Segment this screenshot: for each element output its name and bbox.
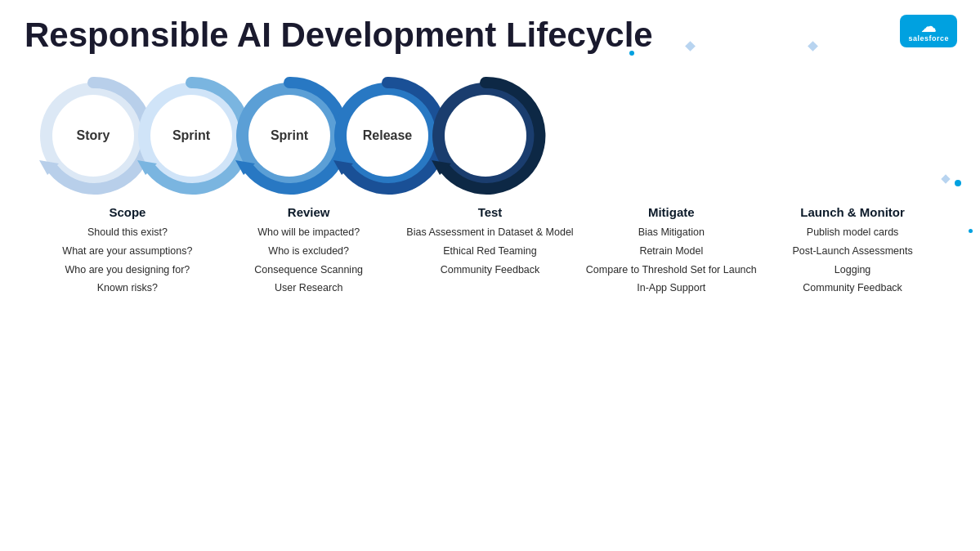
svg-point-13 [445, 95, 526, 177]
circle-monitor-svg [425, 75, 546, 196]
launch-item-4: Community Feedback [765, 280, 940, 296]
launch-item-1: Publish model cards [765, 225, 940, 240]
deco-dot-1 [629, 51, 634, 56]
release-label: Release [363, 128, 413, 143]
page-title: Responsible AI Development Lifecycle [25, 16, 955, 54]
cloud-icon: ☁ [921, 20, 936, 34]
review-heading: Review [222, 205, 396, 219]
sprint2-label: Sprint [271, 128, 308, 143]
review-item-3: Consequence Scanning [222, 262, 396, 278]
scope-item-3: Who are you designing for? [40, 262, 215, 278]
launch-heading: Launch & Monitor [765, 205, 940, 219]
salesforce-logo: ☁ salesforce [900, 15, 957, 47]
logo-text: salesforce [908, 34, 949, 43]
scope-item-4: Known risks? [40, 280, 215, 296]
page-container: ☁ salesforce Responsible AI Development … [0, 0, 980, 551]
circle-monitor [425, 75, 546, 196]
deco-dot-3 [969, 229, 973, 233]
mitigate-item-2: Retrain Model [584, 244, 758, 259]
deco-dot-2 [955, 180, 961, 186]
content-columns: Scope Should this exist? What are your a… [25, 205, 955, 299]
col-launch: Launch & Monitor Publish model cards Pos… [762, 205, 943, 299]
story-label: Story [77, 128, 110, 143]
scope-item-2: What are your assumptions? [40, 244, 215, 259]
scope-item-1: Should this exist? [40, 225, 215, 240]
col-mitigate: Mitigate Bias Mitigation Retrain Model C… [580, 205, 762, 299]
launch-item-3: Logging [765, 262, 940, 278]
launch-item-2: Post-Launch Assessments [765, 244, 940, 259]
mitigate-heading: Mitigate [584, 205, 758, 219]
sprint1-label: Sprint [172, 128, 210, 143]
test-item-3: Community Feedback [403, 262, 578, 278]
col-review: Review Who will be impacted? Who is excl… [218, 205, 400, 299]
col-test: Test Bias Assessment in Dataset & Model … [400, 205, 581, 299]
review-item-1: Who will be impacted? [222, 225, 396, 240]
mitigate-item-4: In-App Support [584, 280, 758, 296]
mitigate-item-3: Compare to Threshold Set for Launch [584, 262, 758, 278]
test-item-2: Ethical Red Teaming [403, 244, 578, 259]
review-item-2: Who is excluded? [222, 244, 396, 259]
col-scope: Scope Should this exist? What are your a… [37, 205, 218, 299]
test-heading: Test [403, 205, 578, 219]
mitigate-item-1: Bias Mitigation [584, 225, 758, 240]
review-item-4: User Research [222, 280, 396, 296]
lifecycle-circles: Story Sprint Sprint [33, 70, 955, 201]
test-item-1: Bias Assessment in Dataset & Model [403, 225, 578, 240]
scope-heading: Scope [40, 205, 215, 219]
